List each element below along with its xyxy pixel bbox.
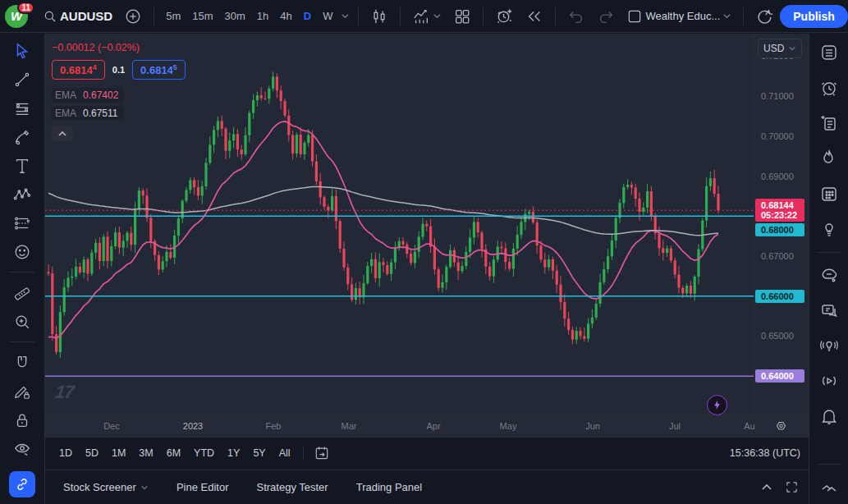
collapse-panel-button[interactable]	[815, 474, 843, 499]
range-button-6m[interactable]: 6M	[161, 445, 186, 461]
fullscreen-icon[interactable]	[785, 480, 799, 494]
layout-grid-button[interactable]	[448, 5, 476, 28]
lock-icon	[13, 411, 31, 429]
footer-tab-pine-editor[interactable]: Pine Editor	[168, 476, 237, 498]
timeframe-1w[interactable]: W	[318, 6, 337, 27]
quick-snapshot-button[interactable]	[750, 5, 778, 28]
symbol-search-button[interactable]: AUDUSD	[38, 5, 117, 28]
pattern-tool[interactable]	[8, 182, 36, 206]
indicators-button[interactable]	[407, 5, 447, 28]
time-axis-label: Dec	[103, 421, 120, 431]
timeframe-1h[interactable]: 1h	[252, 6, 273, 27]
footer-tab-stock-screener[interactable]: Stock Screener	[55, 476, 157, 498]
watchlist-button[interactable]	[815, 40, 843, 65]
lock-all-drawings-tool[interactable]	[8, 408, 36, 432]
buy-ask-button[interactable]: 0.68145	[132, 60, 186, 80]
bar-replay-button[interactable]	[520, 5, 548, 28]
currency-dropdown[interactable]: USD	[758, 39, 802, 58]
utc-clock[interactable]: 15:36:38 (UTC)	[730, 447, 800, 459]
timeframe-1d[interactable]: D	[299, 6, 316, 27]
drawing-mode-lock-tool[interactable]	[8, 379, 36, 403]
notes-button[interactable]	[815, 111, 843, 135]
range-button-5y[interactable]: 5Y	[247, 445, 271, 461]
streams-button[interactable]	[815, 369, 843, 393]
chart-style-button[interactable]	[365, 5, 393, 28]
undo-button[interactable]	[562, 5, 590, 28]
go-to-date-button[interactable]	[310, 442, 333, 465]
drawing-toolbar	[0, 34, 45, 504]
divider	[818, 464, 841, 465]
ema-indicator-row[interactable]: EMA 0.67511	[52, 106, 124, 121]
footer-tab-trading-panel[interactable]: Trading Panel	[348, 476, 430, 498]
range-button-all[interactable]: All	[273, 445, 296, 461]
forecast-tool[interactable]	[8, 211, 36, 235]
legend-collapse-button[interactable]	[52, 126, 73, 141]
notifications-button[interactable]	[815, 404, 843, 428]
cursor-tool[interactable]	[8, 39, 36, 62]
bell-icon	[819, 406, 839, 426]
create-alert-button[interactable]	[490, 5, 519, 28]
trend-line-tool[interactable]	[8, 67, 36, 91]
fib-retracement-icon	[13, 99, 31, 117]
expand-panel-chevron-icon[interactable]	[760, 481, 773, 494]
timeframe-menu-button[interactable]	[339, 5, 351, 28]
hide-drawings-tool[interactable]	[8, 437, 36, 460]
text-tool[interactable]	[8, 153, 36, 177]
divider	[400, 7, 401, 25]
brush-tool[interactable]	[8, 125, 36, 149]
axis-settings-gear-icon[interactable]	[774, 419, 788, 433]
emoji-tool[interactable]	[8, 240, 36, 263]
indicator-value: 0.67402	[83, 89, 118, 101]
live-ideas-button[interactable]	[815, 333, 843, 358]
ideas-button[interactable]	[815, 217, 843, 241]
minds-button[interactable]	[815, 263, 843, 287]
compare-add-symbol-button[interactable]	[119, 5, 147, 28]
timeframe-30m[interactable]: 30m	[220, 6, 250, 27]
text-icon	[13, 157, 31, 175]
range-button-ytd[interactable]: YTD	[188, 445, 220, 461]
price-change-text: −0.00012 (−0.02%)	[52, 42, 186, 53]
price-axis[interactable]: USD 0.720000.710000.700000.690000.670000…	[754, 34, 809, 415]
divider	[154, 7, 154, 25]
range-button-1y[interactable]: 1Y	[222, 445, 245, 461]
footer-tab-label: Strategy Tester	[256, 481, 328, 493]
footer-tab-label: Stock Screener	[63, 481, 136, 493]
time-axis[interactable]: Dec2023FebMarAprMayJunJulAu	[45, 415, 809, 437]
footer-tab-strategy-tester[interactable]: Strategy Tester	[248, 476, 336, 498]
divider	[358, 7, 359, 25]
time-axis-label: May	[500, 421, 517, 431]
undo-icon	[567, 7, 585, 25]
price-tick: 0.65000	[761, 331, 794, 341]
footer-bar: Stock ScreenerPine EditorStrategy Tester…	[45, 470, 809, 504]
measure-tool[interactable]	[8, 281, 36, 305]
chat-bubbles-icon	[819, 300, 839, 320]
boost-button[interactable]	[707, 395, 727, 415]
ema-indicator-row[interactable]: EMA 0.67402	[52, 88, 124, 103]
user-menu-avatar[interactable]: W 11	[5, 4, 33, 29]
timeframe-15m[interactable]: 15m	[187, 6, 218, 27]
timeframe-5m[interactable]: 5m	[161, 6, 186, 27]
range-button-1m[interactable]: 1M	[106, 445, 131, 461]
divider	[10, 272, 34, 273]
fib-retracement-tool[interactable]	[8, 96, 36, 120]
alerts-button[interactable]	[815, 76, 843, 100]
link-drawings-button[interactable]	[9, 471, 35, 497]
snapshot-flash-icon	[755, 7, 773, 25]
timeframe-4h[interactable]: 4h	[275, 6, 296, 27]
lightbulb-icon	[819, 219, 839, 239]
range-button-5d[interactable]: 5D	[80, 445, 104, 461]
range-button-1d[interactable]: 1D	[53, 445, 78, 461]
magnet-tool[interactable]	[8, 351, 36, 374]
magnet-icon	[13, 354, 31, 372]
hotlists-button[interactable]	[815, 146, 843, 171]
zoom-in-tool[interactable]	[8, 309, 36, 333]
economic-calendar-button[interactable]	[815, 181, 843, 206]
range-button-3m[interactable]: 3M	[133, 445, 158, 461]
time-axis-label: Au	[744, 421, 754, 431]
chat-button[interactable]	[815, 298, 843, 323]
sell-bid-button[interactable]: 0.68144	[52, 60, 105, 80]
publish-button[interactable]: Publish	[780, 5, 848, 28]
tradingview-app: W 11 AUDUSD 5m 15m 30m 1h 4h D W	[0, 0, 848, 504]
redo-button[interactable]	[592, 5, 620, 28]
save-layout-button[interactable]: Wealthy Educ...	[621, 5, 736, 28]
